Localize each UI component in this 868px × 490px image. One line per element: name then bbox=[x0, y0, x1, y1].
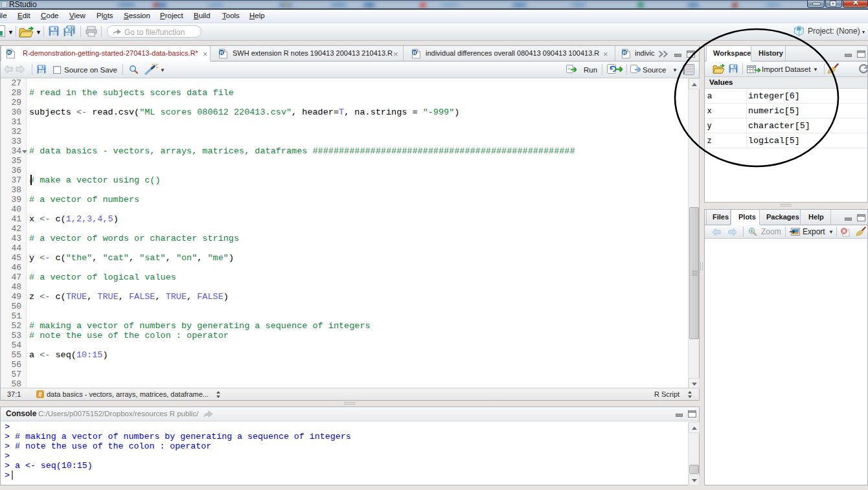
svg-text:R: R bbox=[797, 26, 801, 32]
svg-text:#: # bbox=[38, 391, 42, 398]
svg-text:R: R bbox=[7, 50, 11, 56]
svg-text:R: R bbox=[220, 50, 223, 56]
svg-text:R: R bbox=[413, 50, 417, 56]
svg-text:R: R bbox=[622, 50, 626, 56]
